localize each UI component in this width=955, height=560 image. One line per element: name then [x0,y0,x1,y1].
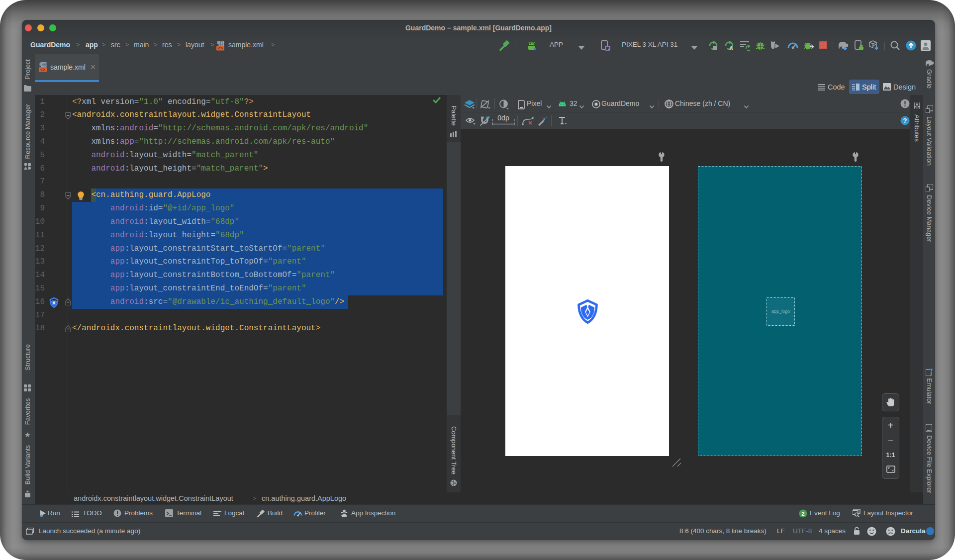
svg-text:?: ? [903,117,907,124]
svg-text:2: 2 [801,511,804,517]
svg-text:<>: <> [40,68,45,72]
svg-text:<>: <> [218,46,223,51]
svg-text:A: A [729,45,733,51]
